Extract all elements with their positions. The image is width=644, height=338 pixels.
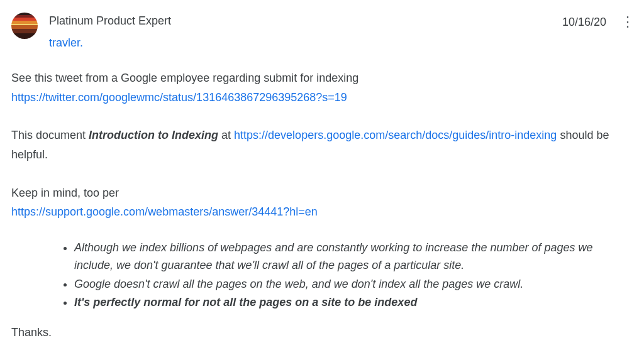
more-options-icon[interactable]: [618, 14, 633, 30]
keep-in-mind-line: Keep in mind, too per: [11, 183, 633, 203]
thanks-line: Thanks.: [11, 323, 633, 338]
list-item-bold: It's perfectly normal for not all the pa…: [74, 294, 628, 312]
tweet-link[interactable]: https://twitter.com/googlewmc/status/131…: [11, 91, 347, 104]
doc-link[interactable]: https://developers.google.com/search/doc…: [234, 129, 557, 141]
quoted-bullet-list: Although we index billions of webpages a…: [74, 239, 628, 312]
support-link[interactable]: https://support.google.com/webmasters/an…: [11, 205, 318, 218]
list-item: Google doesn't crawl all the pages on th…: [74, 276, 628, 293]
doc-prefix: This document: [11, 129, 89, 141]
doc-line: This document Introduction to Indexing a…: [11, 126, 633, 164]
intro-line: See this tweet from a Google employee re…: [11, 68, 633, 88]
post-body: See this tweet from a Google employee re…: [11, 68, 633, 338]
post-date: 10/16/20: [562, 13, 606, 32]
doc-title: Introduction to Indexing: [89, 129, 218, 141]
avatar[interactable]: [11, 13, 38, 39]
user-role-badge: Platinum Product Expert: [49, 11, 551, 31]
user-block: Platinum Product Expert travler.: [49, 11, 551, 52]
doc-at: at: [218, 129, 234, 141]
username-link[interactable]: travler.: [49, 33, 551, 53]
post-header: Platinum Product Expert travler. 10/16/2…: [11, 11, 633, 52]
post-meta-right: 10/16/20: [562, 13, 633, 32]
list-item: Although we index billions of webpages a…: [74, 239, 628, 275]
